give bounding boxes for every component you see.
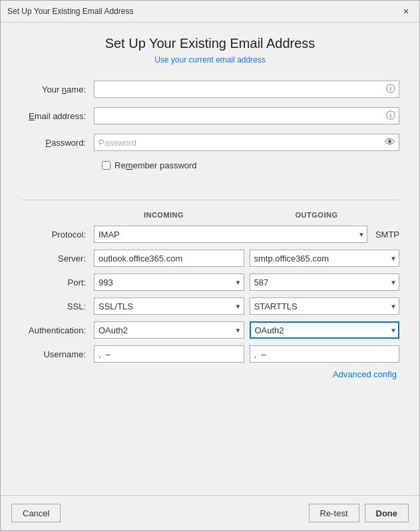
- content-area: Set Up Your Existing Email Address Use y…: [1, 23, 419, 495]
- your-name-label: Your name:: [21, 85, 94, 94]
- ssl-inputs: SSL/TLS STARTTLS None ▼ STARTTLS SSL/TLS…: [94, 297, 399, 315]
- incoming-username-wrapper: [94, 345, 244, 363]
- your-name-input-wrapper: ⓘ: [94, 81, 399, 98]
- info-icon-name[interactable]: ⓘ: [386, 83, 395, 95]
- dialog-subtitle: Use your current email address: [21, 55, 399, 65]
- incoming-ssl-wrapper: SSL/TLS STARTTLS None ▼: [94, 297, 244, 315]
- title-bar-text: Set Up Your Existing Email Address: [7, 7, 133, 16]
- remember-password-row: Remember password: [102, 160, 399, 170]
- username-inputs: [94, 345, 399, 363]
- dialog-title: Set Up Your Existing Email Address: [21, 36, 399, 51]
- incoming-protocol-select[interactable]: IMAP POP3: [94, 226, 367, 243]
- auth-row: Authentication: OAuth2 Normal password E…: [21, 321, 399, 339]
- email-address-label: Email address:: [21, 111, 94, 121]
- port-label: Port:: [21, 277, 94, 287]
- incoming-header: INCOMING: [94, 211, 234, 219]
- your-name-row: Your name: ⓘ: [21, 81, 399, 98]
- incoming-auth-wrapper: OAuth2 Normal password Encrypted passwor…: [94, 321, 244, 339]
- done-button[interactable]: Done: [365, 504, 409, 522]
- server-inputs: ▼: [94, 250, 399, 267]
- outgoing-header: OUTGOING: [234, 211, 399, 219]
- protocol-label: Protocol:: [21, 230, 94, 240]
- incoming-port-select[interactable]: 993 143: [94, 273, 244, 291]
- protocol-inputs: IMAP POP3 ▼ SMTP: [94, 226, 399, 243]
- toggle-password-icon[interactable]: 👁: [385, 136, 395, 148]
- title-bar: Set Up Your Existing Email Address ×: [1, 1, 419, 23]
- port-row: Port: 993 143 ▼ 587 465 25: [21, 273, 399, 291]
- password-row: Password: 👁: [21, 134, 399, 151]
- outgoing-protocol-text: SMTP: [373, 230, 399, 240]
- form-section: Your name: ⓘ Email address: ⓘ: [21, 81, 399, 180]
- close-button[interactable]: ×: [399, 5, 413, 18]
- username-label: Username:: [21, 349, 94, 359]
- outgoing-auth-wrapper: OAuth2 Normal password Encrypted passwor…: [250, 321, 400, 339]
- auth-inputs: OAuth2 Normal password Encrypted passwor…: [94, 321, 399, 339]
- ssl-row: SSL: SSL/TLS STARTTLS None ▼ STARTTLS: [21, 297, 399, 315]
- outgoing-port-select[interactable]: 587 465 25: [250, 273, 400, 291]
- footer: Cancel Re-test Done: [1, 495, 419, 530]
- incoming-server-input[interactable]: [94, 250, 244, 267]
- incoming-port-wrapper: 993 143 ▼: [94, 273, 244, 291]
- incoming-auth-select[interactable]: OAuth2 Normal password Encrypted passwor…: [94, 321, 244, 339]
- email-address-input-wrapper: ⓘ: [94, 107, 399, 124]
- outgoing-port-wrapper: 587 465 25 ▼: [250, 273, 400, 291]
- info-icon-email[interactable]: ⓘ: [386, 110, 395, 122]
- cancel-button[interactable]: Cancel: [11, 504, 61, 522]
- email-address-row: Email address: ⓘ: [21, 107, 399, 124]
- protocol-row: Protocol: IMAP POP3 ▼ SMTP: [21, 226, 399, 243]
- ssl-label: SSL:: [21, 301, 94, 311]
- server-label: Server:: [21, 254, 94, 264]
- password-label: Password:: [21, 138, 94, 148]
- outgoing-ssl-select[interactable]: STARTTLS SSL/TLS None: [250, 297, 400, 315]
- server-row: Server: ▼: [21, 250, 399, 267]
- server-section: INCOMING OUTGOING Protocol: IMAP POP3 ▼ …: [21, 211, 399, 482]
- incoming-protocol-wrapper: IMAP POP3 ▼: [94, 226, 367, 243]
- retest-button[interactable]: Re-test: [309, 504, 359, 522]
- incoming-username-input[interactable]: [94, 345, 244, 363]
- section-divider: [21, 200, 399, 200]
- remember-password-label: Remember password: [114, 160, 197, 170]
- outgoing-username-input[interactable]: [250, 345, 400, 363]
- dialog: Set Up Your Existing Email Address × Set…: [0, 0, 420, 531]
- auth-label: Authentication:: [21, 325, 94, 335]
- advanced-config-link[interactable]: Advanced config: [21, 369, 399, 379]
- incoming-ssl-select[interactable]: SSL/TLS STARTTLS None: [94, 297, 244, 315]
- your-name-input[interactable]: [94, 81, 399, 98]
- outgoing-server-input[interactable]: [250, 250, 400, 267]
- outgoing-auth-select[interactable]: OAuth2 Normal password Encrypted passwor…: [250, 321, 400, 339]
- password-input[interactable]: [94, 134, 399, 151]
- outgoing-ssl-wrapper: STARTTLS SSL/TLS None ▼: [250, 297, 400, 315]
- password-input-wrapper: 👁: [94, 134, 399, 151]
- outgoing-server-wrapper: ▼: [250, 250, 400, 267]
- footer-right-buttons: Re-test Done: [309, 504, 409, 522]
- username-row: Username:: [21, 345, 399, 363]
- server-column-headers: INCOMING OUTGOING: [94, 211, 399, 219]
- header-section: Set Up Your Existing Email Address Use y…: [21, 36, 399, 65]
- port-inputs: 993 143 ▼ 587 465 25 ▼: [94, 273, 399, 291]
- remember-password-checkbox[interactable]: [102, 161, 110, 170]
- email-address-input[interactable]: [94, 107, 399, 124]
- outgoing-username-wrapper: [250, 345, 400, 363]
- incoming-server-wrapper: [94, 250, 244, 267]
